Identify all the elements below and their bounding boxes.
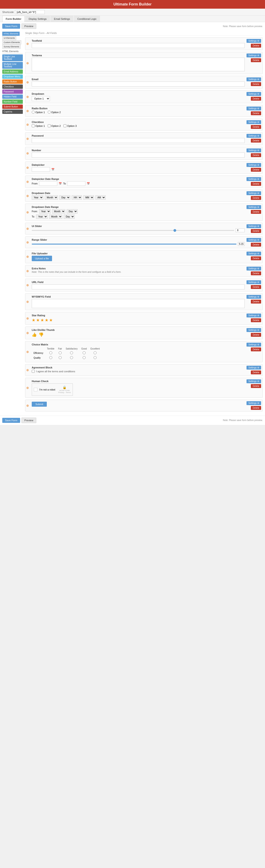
agreement-checkbox[interactable] bbox=[32, 370, 35, 373]
add-email-btn[interactable]: ⊕ bbox=[25, 76, 30, 88]
thumbs-down-icon[interactable]: 👎 bbox=[38, 332, 44, 337]
password-delete-btn[interactable]: Delete bbox=[251, 139, 261, 143]
sidebar-password[interactable]: Password bbox=[2, 90, 23, 94]
datepicker-input[interactable] bbox=[32, 167, 50, 172]
submit-settings-btn[interactable]: Settings ⚙ bbox=[246, 401, 261, 405]
wysiwyg-settings-btn[interactable]: Settings ⚙ bbox=[246, 295, 261, 299]
password-input[interactable] bbox=[32, 138, 245, 143]
captcha-checkbox[interactable] bbox=[34, 388, 37, 392]
url-settings-btn[interactable]: Settings ⚙ bbox=[246, 280, 261, 284]
sidebar-hidden[interactable]: Hidden Field bbox=[2, 94, 23, 99]
sidebar-number[interactable]: Number Field bbox=[2, 99, 23, 104]
shortcode-input[interactable] bbox=[15, 10, 45, 14]
add-extra-notes-btn[interactable]: ⊕ bbox=[25, 265, 30, 277]
star-rating-settings-btn[interactable]: Settings ⚙ bbox=[246, 314, 261, 317]
email-settings-btn[interactable]: Settings ⚙ bbox=[246, 78, 261, 81]
sidebar-multi-line[interactable]: Multiple Line Textfield bbox=[2, 62, 23, 69]
textarea-input[interactable] bbox=[32, 58, 245, 71]
dropdown-delete-btn[interactable]: Delete bbox=[251, 97, 261, 101]
add-star-rating-btn[interactable]: ⊕ bbox=[25, 312, 30, 324]
tab-form-builder[interactable]: Form Builder bbox=[2, 16, 25, 22]
agreement-settings-btn[interactable]: Settings ⚙ bbox=[246, 366, 261, 370]
ddr-from-month[interactable]: Month bbox=[52, 209, 65, 214]
ddr-to-month[interactable]: Month bbox=[49, 215, 62, 219]
save-form-button[interactable]: Save Form bbox=[2, 24, 20, 29]
checkbox-settings-btn[interactable]: Settings ⚙ bbox=[246, 120, 261, 124]
datepicker-range-settings-btn[interactable]: Settings ⚙ bbox=[246, 177, 261, 181]
radio-input-2[interactable] bbox=[48, 111, 51, 114]
dd-hh[interactable]: HH bbox=[72, 195, 82, 200]
email-input[interactable] bbox=[32, 82, 245, 87]
add-dropdown-btn[interactable]: ⊕ bbox=[25, 91, 30, 103]
add-human-check-btn[interactable]: ⊕ bbox=[25, 378, 30, 398]
choice-matrix-settings-btn[interactable]: Settings ⚙ bbox=[246, 343, 261, 347]
textfield-delete-btn[interactable]: Delete bbox=[251, 44, 261, 48]
dd-ampm[interactable]: AM bbox=[96, 195, 106, 200]
checkbox-input-1[interactable] bbox=[32, 124, 35, 127]
star-4[interactable]: ★ bbox=[45, 318, 48, 323]
checkbox-input-2[interactable] bbox=[48, 124, 51, 127]
ui-slider-settings-btn[interactable]: Settings ⚙ bbox=[246, 224, 261, 228]
extra-notes-delete-btn[interactable]: Delete bbox=[251, 272, 261, 275]
add-textfield-btn[interactable]: ⊕ bbox=[25, 38, 30, 50]
add-submit-btn[interactable]: ⊕ bbox=[25, 400, 30, 411]
tab-survey-elements[interactable]: Survey Elements bbox=[2, 44, 21, 49]
agreement-delete-btn[interactable]: Delete bbox=[251, 370, 261, 374]
sidebar-single-line[interactable]: Single Line Textfield bbox=[2, 55, 23, 61]
save-form-bottom-button[interactable]: Save Form bbox=[2, 418, 20, 423]
textarea-delete-btn[interactable]: Delete bbox=[251, 58, 261, 62]
tab-email-settings[interactable]: Email Settings bbox=[50, 16, 73, 22]
add-dropdown-date-btn[interactable]: ⊕ bbox=[25, 190, 30, 202]
textfield-input[interactable] bbox=[32, 43, 245, 48]
number-delete-btn[interactable]: Delete bbox=[251, 153, 261, 157]
sidebar-checkbox[interactable]: Checkbox bbox=[2, 85, 23, 89]
submit-button[interactable]: Submit bbox=[32, 402, 47, 407]
human-check-settings-btn[interactable]: Settings ⚙ bbox=[246, 379, 261, 383]
datepicker-settings-btn[interactable]: Settings ⚙ bbox=[246, 163, 261, 167]
ddr-to-day[interactable]: Day bbox=[64, 215, 75, 219]
preview-button[interactable]: Preview bbox=[22, 24, 36, 29]
url-delete-btn[interactable]: Delete bbox=[251, 285, 261, 289]
ddr-from-year[interactable]: Year bbox=[39, 209, 51, 214]
extra-notes-settings-btn[interactable]: Settings ⚙ bbox=[246, 267, 261, 271]
tab-ui-elements[interactable]: UI Elements bbox=[2, 36, 16, 40]
add-wysiwyg-btn[interactable]: ⊕ bbox=[25, 293, 30, 310]
dropdown-date-range-settings-btn[interactable]: Settings ⚙ bbox=[246, 205, 261, 209]
datepicker-to-input[interactable] bbox=[67, 181, 85, 186]
radio-delete-btn[interactable]: Delete bbox=[251, 111, 261, 115]
dd-day[interactable]: Day bbox=[59, 195, 70, 200]
dd-mm[interactable]: MM bbox=[83, 195, 94, 200]
tab-custom-elements[interactable]: Custom Elements bbox=[2, 40, 21, 44]
add-number-btn[interactable]: ⊕ bbox=[25, 147, 30, 159]
ui-slider-handle[interactable] bbox=[174, 229, 176, 232]
ddr-from-day[interactable]: Day bbox=[67, 209, 78, 214]
add-like-dislike-btn[interactable]: ⊕ bbox=[25, 327, 30, 339]
dropdown-date-range-delete-btn[interactable]: Delete bbox=[251, 210, 261, 214]
dropdown-date-settings-btn[interactable]: Settings ⚙ bbox=[246, 191, 261, 195]
add-datepicker-btn[interactable]: ⊕ bbox=[25, 162, 30, 174]
like-dislike-settings-btn[interactable]: Settings ⚙ bbox=[246, 328, 261, 332]
star-2[interactable]: ★ bbox=[36, 318, 40, 323]
add-choice-matrix-btn[interactable]: ⊕ bbox=[25, 341, 30, 362]
wysiwyg-editor[interactable] bbox=[32, 299, 245, 308]
add-dropdown-date-range-btn[interactable]: ⊕ bbox=[25, 204, 30, 221]
dropdown-settings-btn[interactable]: Settings ⚙ bbox=[246, 92, 261, 96]
file-uploader-delete-btn[interactable]: Delete bbox=[251, 256, 261, 260]
add-file-uploader-btn[interactable]: ⊕ bbox=[25, 250, 30, 263]
upload-file-button[interactable]: Upload a file bbox=[32, 256, 52, 261]
range-slider-settings-btn[interactable]: Settings ⚙ bbox=[246, 238, 261, 242]
sidebar-dropdown[interactable]: Dropdown Menu bbox=[2, 74, 23, 79]
add-radio-btn[interactable]: ⊕ bbox=[25, 105, 30, 117]
ddr-to-year[interactable]: Year bbox=[36, 215, 48, 219]
textfield-settings-btn[interactable]: Settings ⚙ bbox=[246, 39, 261, 43]
dropdown-select[interactable]: Option 1 bbox=[32, 96, 50, 101]
datepicker-delete-btn[interactable]: Delete bbox=[251, 168, 261, 172]
range-slider-delete-btn[interactable]: Delete bbox=[251, 243, 261, 247]
star-rating-delete-btn[interactable]: Delete bbox=[251, 318, 261, 322]
radio-settings-btn[interactable]: Settings ⚙ bbox=[246, 106, 261, 111]
number-input[interactable] bbox=[32, 153, 245, 158]
add-ui-slider-btn[interactable]: ⊕ bbox=[25, 223, 30, 234]
sidebar-submit[interactable]: Submit Button bbox=[2, 104, 23, 109]
tab-display-settings[interactable]: Display Settings bbox=[25, 16, 50, 22]
wysiwyg-delete-btn[interactable]: Delete bbox=[251, 300, 261, 304]
